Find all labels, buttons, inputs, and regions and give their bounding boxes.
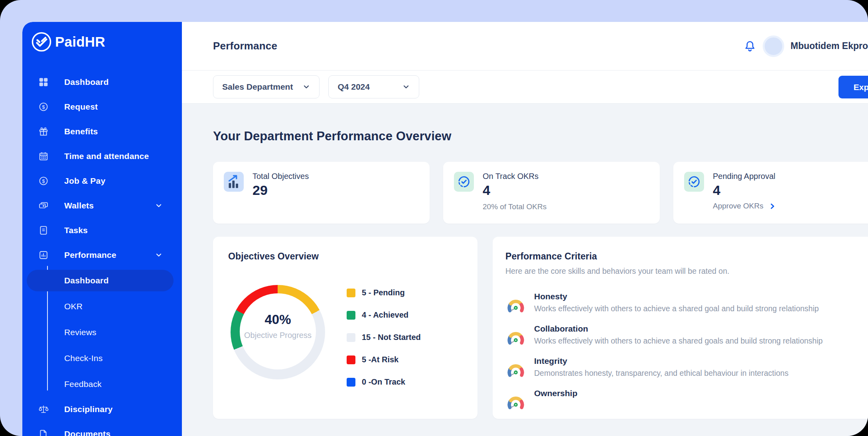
sidebar-item-time-attendance[interactable]: Time and attendance	[22, 144, 182, 169]
legend-swatch	[347, 333, 355, 342]
scales-icon	[38, 404, 49, 414]
sidebar-item-wallets[interactable]: Wallets	[22, 193, 182, 218]
criteria-body: Ownership	[534, 389, 578, 410]
criteria-item-integrity: Integrity Demonstrates honesty, transpar…	[505, 356, 868, 378]
stat-label: On Track OKRs	[483, 172, 546, 181]
export-button[interactable]: Export	[838, 76, 868, 98]
legend-swatch	[347, 355, 355, 364]
stat-label: Pending Approval	[713, 172, 776, 181]
stat-card-total-objectives: Total Objectives 29	[213, 162, 430, 224]
gauge-icon	[505, 327, 526, 346]
subnav-item-check-ins[interactable]: Check-Ins	[22, 345, 182, 371]
sidebar-item-job-pay[interactable]: $ Job & Pay	[22, 169, 182, 193]
chevron-right-icon	[769, 202, 776, 210]
topbar-right: Mbuotidem Ekpro	[744, 35, 868, 57]
objectives-overview-card: Objectives Overview 40% Objective Progre…	[213, 237, 477, 419]
dollar-circle-icon: $	[38, 102, 49, 112]
stat-value: 4	[483, 183, 546, 198]
criteria-title: Performance Criteria	[505, 251, 868, 262]
content: Your Department Performance Overview	[182, 104, 868, 436]
gauge-icon	[505, 392, 526, 410]
stat-card-pending-approval: Pending Approval 4 Approve OKRs	[673, 162, 868, 224]
document-icon	[38, 429, 49, 436]
gauge-icon	[505, 295, 526, 313]
topbar: Performance Mbuotidem Ekpro	[182, 22, 868, 71]
subnav-item-dashboard[interactable]: Dashboard	[27, 270, 174, 291]
stat-body: Total Objectives 29	[253, 172, 309, 198]
calendar-icon	[38, 151, 49, 161]
stat-note: 20% of Total OKRs	[483, 202, 546, 211]
legend-item-pending: 5 - Pending	[347, 288, 421, 297]
check-badge-icon	[454, 172, 474, 192]
sidebar-item-disciplinary[interactable]: Disciplinary	[22, 397, 182, 422]
chevron-down-icon	[302, 83, 310, 91]
criteria-body: Honesty Works effectively with others to…	[534, 292, 819, 313]
objectives-title: Objectives Overview	[228, 251, 462, 262]
performance-subnav: Dashboard OKR Reviews Check-Ins Feedback	[22, 267, 182, 397]
legend-swatch	[347, 378, 355, 387]
legend-item-at-risk: 5 -At Risk	[347, 355, 421, 364]
subnav-item-reviews[interactable]: Reviews	[22, 319, 182, 345]
svg-text:$: $	[42, 179, 45, 184]
approve-okrs-link[interactable]: Approve OKRs	[713, 202, 776, 210]
subnav-item-okr[interactable]: OKR	[22, 293, 182, 319]
panels-row: Objectives Overview 40% Objective Progre…	[213, 237, 868, 419]
sidebar: PaidHR Dashboard	[22, 22, 182, 436]
gauge-icon	[505, 359, 526, 378]
user-name[interactable]: Mbuotidem Ekpro	[791, 41, 868, 51]
objectives-donut-wrap: 40% Objective Progress	[231, 285, 325, 379]
objectives-chart-row: 40% Objective Progress 5 - Pending	[228, 278, 462, 387]
criteria-item-honesty: Honesty Works effectively with others to…	[505, 292, 868, 313]
criteria-item-collaboration: Collaboration Works effectively with oth…	[505, 324, 868, 346]
svg-text:$: $	[42, 104, 45, 110]
criteria-list: Honesty Works effectively with others to…	[505, 292, 868, 410]
period-dropdown[interactable]: Q4 2024	[328, 75, 419, 98]
criteria-item-ownership: Ownership	[505, 389, 868, 410]
legend-swatch	[347, 289, 355, 297]
objectives-legend: 5 - Pending 4 - Achieved 15 - Not Starte…	[347, 288, 421, 387]
gift-icon	[38, 126, 49, 137]
overview-heading: Your Department Performance Overview	[213, 129, 868, 143]
notifications-bell-icon[interactable]	[744, 40, 756, 53]
wallet-icon	[38, 200, 49, 211]
objective-progress-value: 40%	[264, 312, 291, 327]
filter-bar: Sales Department Q4 2024 Export	[182, 71, 868, 104]
objective-progress-label: Objective Progress	[244, 331, 312, 340]
sidebar-item-tasks[interactable]: Tasks	[22, 218, 182, 243]
legend-swatch	[347, 311, 355, 320]
legend-item-not-started: 15 - Not Started	[347, 333, 421, 342]
grid-icon	[38, 77, 49, 87]
chevron-down-icon	[155, 251, 163, 259]
sidebar-item-request[interactable]: $ Request	[22, 94, 182, 119]
stat-value: 29	[253, 183, 309, 198]
stat-body: On Track OKRs 4 20% of Total OKRs	[483, 172, 546, 211]
task-doc-icon	[38, 225, 49, 236]
criteria-body: Integrity Demonstrates honesty, transpar…	[534, 356, 789, 378]
sidebar-item-dashboard[interactable]: Dashboard	[22, 70, 182, 94]
legend-item-achieved: 4 - Achieved	[347, 310, 421, 320]
dollar-circle-icon: $	[38, 176, 49, 186]
logo-text: PaidHR	[55, 34, 105, 50]
logo: PaidHR	[22, 22, 182, 52]
donut-center: 40% Objective Progress	[240, 293, 316, 369]
sidebar-item-benefits[interactable]: Benefits	[22, 119, 182, 144]
sidebar-item-performance[interactable]: Performance	[22, 243, 182, 267]
stat-body: Pending Approval 4 Approve OKRs	[713, 172, 776, 210]
main-area: Performance Mbuotidem Ekpro Sales Depart…	[182, 22, 868, 436]
subnav-item-feedback[interactable]: Feedback	[22, 371, 182, 397]
performance-criteria-card: Performance Criteria Here are the core s…	[493, 237, 868, 419]
legend-item-on-track: 0 -On Track	[347, 377, 421, 387]
sidebar-nav: Dashboard $ Request	[22, 70, 182, 436]
chevron-down-icon	[402, 83, 410, 91]
screen-frame: PaidHR Dashboard	[0, 0, 868, 436]
sidebar-item-documents[interactable]: Documents	[22, 422, 182, 436]
department-dropdown[interactable]: Sales Department	[213, 75, 320, 98]
criteria-body: Collaboration Works effectively with oth…	[534, 324, 823, 346]
criteria-subtitle: Here are the core skills and behaviors y…	[505, 267, 868, 276]
user-avatar[interactable]	[763, 35, 784, 57]
app-window: PaidHR Dashboard	[22, 22, 868, 436]
chevron-down-icon	[155, 202, 163, 210]
paidhr-logo-icon	[31, 31, 52, 52]
stats-row: Total Objectives 29	[213, 162, 868, 224]
stat-label: Total Objectives	[253, 172, 309, 181]
